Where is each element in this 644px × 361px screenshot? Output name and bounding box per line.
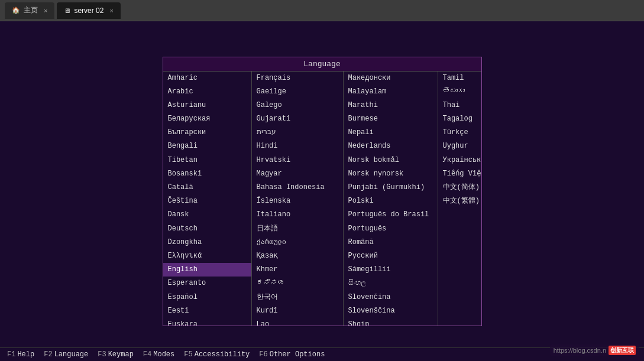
lang-thai[interactable]: Thai	[438, 99, 481, 112]
lang-sami[interactable]: Sámegillii	[344, 263, 438, 277]
lang-catala[interactable]: Català	[163, 181, 251, 194]
lang-tamil[interactable]: Tamil	[438, 71, 481, 85]
lang-khmer[interactable]: Khmer	[252, 263, 343, 277]
language-column-2: Français Gaeilge Galego Gujarati עברית H…	[252, 71, 344, 326]
browser-chrome: 🏠 主页 × 🖥 server 02 ×	[0, 0, 644, 21]
tab-home-close[interactable]: ×	[44, 7, 47, 14]
lang-belarusian[interactable]: Беларуская	[163, 112, 251, 126]
lang-euskara[interactable]: Euskara	[163, 318, 251, 326]
lang-dzongkha[interactable]: Dzongkha	[163, 236, 251, 249]
lang-marathi[interactable]: Marathi	[344, 99, 438, 112]
lang-kurdi[interactable]: Kurdî	[252, 304, 343, 318]
csdn-logo: 创新互联	[609, 346, 636, 355]
lang-tibetan[interactable]: Tibetan	[163, 154, 251, 167]
fn-accessibility-key: F5	[184, 350, 192, 359]
lang-eesti[interactable]: Eesti	[163, 304, 251, 318]
fn-other-label: Other Options	[270, 350, 325, 359]
lang-portuguese[interactable]: Português	[344, 222, 438, 236]
lang-lao[interactable]: Lao	[252, 318, 343, 326]
function-bar: F1 Help F2 Language F3 Keymap F4 Modes F…	[0, 347, 644, 361]
lang-bengali[interactable]: Bengali	[163, 139, 251, 153]
fn-other-key: F6	[259, 350, 267, 359]
lang-slovencina[interactable]: Slovenčina	[344, 291, 438, 304]
fn-other-options[interactable]: F6 Other Options	[259, 350, 325, 359]
fn-language-key: F2	[44, 350, 52, 359]
lang-romanian[interactable]: Română	[344, 236, 438, 249]
lang-islenska[interactable]: Íslenska	[252, 194, 343, 208]
lang-dansk[interactable]: Dansk	[163, 208, 251, 222]
lang-cestina[interactable]: Čeština	[163, 194, 251, 208]
lang-francais[interactable]: Français	[252, 71, 343, 85]
lang-punjabi[interactable]: Punjabi (Gurmukhi)	[344, 181, 438, 194]
lang-norsk-nynorsk[interactable]: Norsk nynorsk	[344, 167, 438, 181]
fn-modes-label: Modes	[153, 350, 174, 359]
server-icon: 🖥	[64, 7, 70, 14]
lang-tagalog[interactable]: Tagalog	[438, 112, 481, 126]
lang-turkish[interactable]: Türkçe	[438, 126, 481, 139]
lang-esperanto[interactable]: Esperanto	[163, 277, 251, 290]
lang-italiano[interactable]: Italiano	[252, 208, 343, 222]
tab-server02-close[interactable]: ×	[109, 7, 113, 14]
fn-help-label: Help	[17, 350, 34, 359]
lang-bulgarian[interactable]: Български	[163, 126, 251, 139]
lang-deutsch[interactable]: Deutsch	[163, 222, 251, 236]
lang-albanian[interactable]: Shqip	[344, 318, 438, 326]
lang-sinhala[interactable]: සිංහල	[344, 277, 438, 290]
lang-vietnamese[interactable]: Tiếng Việt	[438, 167, 481, 181]
lang-dutch[interactable]: Nederlands	[344, 139, 438, 153]
lang-ukrainian[interactable]: Українська	[438, 154, 481, 167]
lang-kannada[interactable]: ಕನ್ನಡ	[252, 277, 343, 290]
lang-arabic[interactable]: Arabic	[163, 85, 251, 99]
lang-korean[interactable]: 한국어	[252, 291, 343, 304]
lang-kazakh[interactable]: Қазақ	[252, 249, 343, 263]
lang-norsk-bokmal[interactable]: Norsk bokmål	[344, 154, 438, 167]
tab-home-label: 主页	[24, 5, 38, 15]
tab-server02-label: server 02	[74, 6, 103, 15]
lang-nepali[interactable]: Nepali	[344, 126, 438, 139]
lang-bosanski[interactable]: Bosanski	[163, 167, 251, 181]
tab-server02[interactable]: 🖥 server 02 ×	[57, 2, 120, 19]
lang-macedonian[interactable]: Македонски	[344, 71, 438, 85]
watermark-url: https://blog.csdn.n	[554, 347, 606, 354]
lang-georgian[interactable]: ქართული	[252, 236, 343, 249]
lang-uyghur[interactable]: Uyghur	[438, 139, 481, 153]
lang-greek[interactable]: Ελληνικά	[163, 249, 251, 263]
lang-burmese[interactable]: Burmese	[344, 112, 438, 126]
lang-hrvatski[interactable]: Hrvatski	[252, 154, 343, 167]
lang-slovenska[interactable]: Slovenščina	[344, 304, 438, 318]
lang-amharic[interactable]: Amharic	[163, 71, 251, 85]
dialog-title: Language	[163, 57, 481, 71]
lang-magyar[interactable]: Magyar	[252, 167, 343, 181]
lang-hindi[interactable]: Hindi	[252, 139, 343, 153]
lang-english[interactable]: English	[163, 263, 251, 277]
lang-malayalam[interactable]: Malayalam	[344, 85, 438, 99]
tab-home[interactable]: 🏠 主页 ×	[5, 2, 54, 19]
language-grid: Amharic Arabic Asturianu Беларуская Бълг…	[163, 71, 481, 326]
fn-help[interactable]: F1 Help	[7, 350, 34, 359]
lang-gaeilge[interactable]: Gaeilge	[252, 85, 343, 99]
lang-asturianu[interactable]: Asturianu	[163, 99, 251, 112]
fn-language[interactable]: F2 Language	[44, 350, 88, 359]
lang-japanese[interactable]: 日本語	[252, 222, 343, 236]
lang-chinese-simplified[interactable]: 中文(简体)	[438, 181, 481, 194]
lang-bahasa[interactable]: Bahasa Indonesia	[252, 181, 343, 194]
lang-telugu[interactable]: తెలుగు	[438, 85, 481, 99]
fn-modes-key: F4	[143, 350, 151, 359]
language-column-3: Македонски Malayalam Marathi Burmese Nep…	[344, 71, 438, 326]
fn-accessibility-label: Accessibility	[195, 350, 250, 359]
lang-gujarati[interactable]: Gujarati	[252, 112, 343, 126]
fn-language-label: Language	[54, 350, 89, 359]
fn-keymap-label: Keymap	[108, 350, 134, 359]
fn-modes[interactable]: F4 Modes	[143, 350, 174, 359]
lang-galego[interactable]: Galego	[252, 99, 343, 112]
fn-accessibility[interactable]: F5 Accessibility	[184, 350, 250, 359]
lang-polish[interactable]: Polski	[344, 194, 438, 208]
lang-hebrew[interactable]: עברית	[252, 126, 343, 139]
lang-chinese-traditional[interactable]: 中文(繁體)	[438, 194, 481, 208]
lang-portuguese-brazil[interactable]: Português do Brasil	[344, 208, 438, 222]
lang-russian[interactable]: Русский	[344, 249, 438, 263]
watermark: https://blog.csdn.n 创新互联	[550, 344, 639, 356]
fn-keymap[interactable]: F3 Keymap	[98, 350, 134, 359]
fn-help-key: F1	[7, 350, 15, 359]
lang-espanol[interactable]: Español	[163, 291, 251, 304]
